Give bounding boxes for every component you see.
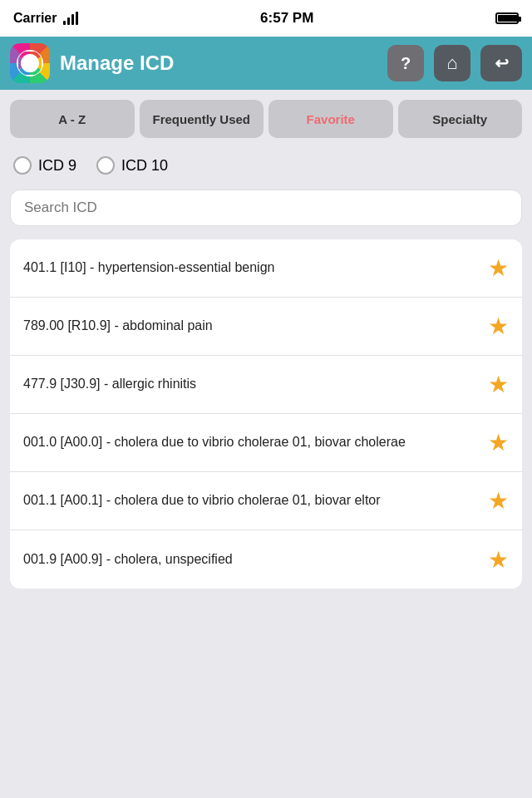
- list-item: 477.9 [J30.9] - allergic rhinitis ★: [10, 356, 522, 414]
- list-item: 001.0 [A00.0] - cholera due to vibrio ch…: [10, 414, 522, 472]
- favorite-star-4[interactable]: ★: [488, 487, 509, 515]
- favorite-star-5[interactable]: ★: [488, 546, 509, 574]
- status-left: Carrier: [13, 11, 78, 26]
- app-logo: [10, 43, 50, 83]
- logo-inner: [17, 50, 43, 76]
- list-item: 401.1 [I10] - hypertension-essential ben…: [10, 239, 522, 298]
- battery-icon: [495, 12, 519, 24]
- tab-bar: A - Z Frequently Used Favorite Specialty: [0, 90, 532, 148]
- list-item: 789.00 [R10.9] - abdominal pain ★: [10, 298, 522, 356]
- header-title: Manage ICD: [60, 52, 377, 75]
- list-item-code: 477.9 [J30.9] - allergic rhinitis: [23, 375, 488, 393]
- radio-circle-icd9: [13, 156, 32, 175]
- status-right: [495, 12, 519, 24]
- list-item: 001.1 [A00.1] - cholera due to vibrio ch…: [10, 472, 522, 530]
- home-button[interactable]: ⌂: [434, 45, 470, 81]
- list-item-code: 789.00 [R10.9] - abdominal pain: [23, 317, 488, 335]
- favorite-star-1[interactable]: ★: [488, 313, 509, 340]
- tab-specialty[interactable]: Specialty: [398, 100, 523, 138]
- back-icon: ↪: [495, 53, 509, 73]
- list-item-code: 001.9 [A00.9] - cholera, unspecified: [23, 550, 488, 569]
- tab-frequently-used[interactable]: Frequently Used: [140, 100, 264, 138]
- list-item-code: 401.1 [I10] - hypertension-essential ben…: [23, 259, 488, 277]
- radio-icd9[interactable]: ICD 9: [13, 156, 76, 175]
- logo-swirl: [18, 52, 42, 75]
- help-button[interactable]: ?: [387, 45, 424, 81]
- icd-list: 401.1 [I10] - hypertension-essential ben…: [10, 239, 522, 589]
- search-input[interactable]: [10, 190, 522, 226]
- list-item-code: 001.1 [A00.1] - cholera due to vibrio ch…: [23, 491, 488, 510]
- radio-circle-icd10: [96, 156, 115, 175]
- favorite-star-3[interactable]: ★: [488, 429, 509, 456]
- wifi-icon: [63, 12, 78, 25]
- tab-favorite[interactable]: Favorite: [268, 100, 393, 138]
- status-bar: Carrier 6:57 PM: [0, 0, 532, 37]
- favorite-star-2[interactable]: ★: [488, 371, 509, 398]
- icd-version-selector: ICD 9 ICD 10: [0, 148, 532, 183]
- back-button[interactable]: ↪: [480, 45, 522, 81]
- radio-icd10[interactable]: ICD 10: [96, 156, 168, 175]
- carrier-label: Carrier: [13, 11, 57, 26]
- tab-az[interactable]: A - Z: [10, 100, 135, 138]
- radio-label-icd10: ICD 10: [121, 157, 168, 175]
- list-item: 001.9 [A00.9] - cholera, unspecified ★: [10, 530, 522, 589]
- favorite-star-0[interactable]: ★: [488, 254, 509, 282]
- status-time: 6:57 PM: [260, 10, 313, 27]
- header: Manage ICD ? ⌂ ↪: [0, 37, 532, 90]
- radio-label-icd9: ICD 9: [38, 157, 76, 175]
- search-container: [0, 183, 532, 233]
- list-item-code: 001.0 [A00.0] - cholera due to vibrio ch…: [23, 433, 488, 451]
- home-icon: ⌂: [446, 52, 457, 74]
